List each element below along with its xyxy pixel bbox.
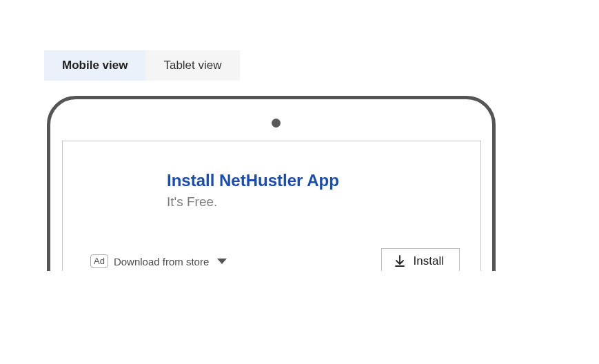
ad-headline[interactable]: Install NetHustler App xyxy=(167,171,339,190)
download-icon xyxy=(394,255,405,267)
tab-tablet-view[interactable]: Tablet view xyxy=(145,50,239,81)
tab-mobile-view[interactable]: Mobile view xyxy=(44,50,145,81)
install-button-label: Install xyxy=(414,254,444,268)
chevron-down-icon xyxy=(217,258,227,265)
ad-badge: Ad xyxy=(90,254,108,268)
screenshot-crop-mask xyxy=(0,271,599,364)
ad-source-group[interactable]: Ad Download from store xyxy=(90,254,227,268)
view-tabs: Mobile view Tablet view xyxy=(44,50,240,81)
ad-source-text: Download from store xyxy=(114,256,209,267)
svg-marker-0 xyxy=(217,259,227,264)
ad-subline: It's Free. xyxy=(167,194,217,210)
device-camera-dot xyxy=(272,119,281,128)
